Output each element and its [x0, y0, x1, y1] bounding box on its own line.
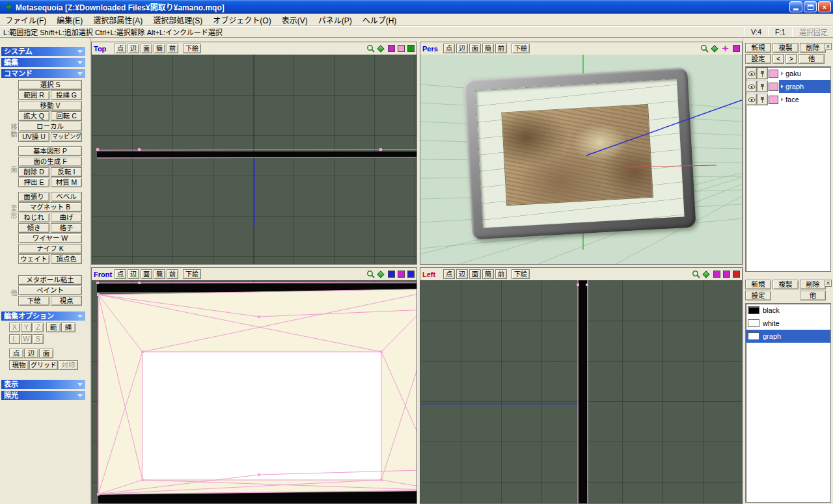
cmd-weight[interactable]: ウェイト [18, 254, 49, 264]
vp-face-button[interactable]: 面 [141, 269, 152, 279]
cmd-delete[interactable]: 削除 D [18, 167, 49, 177]
vp-face-button[interactable]: 面 [469, 269, 481, 279]
close-button[interactable]: × [818, 1, 831, 12]
cmd-tilt[interactable]: 傾き [18, 223, 49, 233]
vp-underlay-button[interactable]: 下絵 [183, 44, 201, 53]
material-row-graph[interactable]: graph [746, 330, 830, 343]
cmd-create-face[interactable]: 面の生成 F [18, 157, 82, 166]
vp-vertex-button[interactable]: 点 [115, 44, 126, 53]
zoom-icon[interactable] [700, 44, 709, 53]
menu-view[interactable]: 表示(V) [277, 13, 313, 27]
cmd-lattice[interactable]: 格子 [51, 223, 82, 233]
vertex-toggle[interactable]: 点 [9, 349, 23, 358]
vp-front-button[interactable]: 前 [495, 269, 507, 279]
zoom-icon[interactable] [692, 270, 700, 278]
object-duplicate-button[interactable]: 複製 [772, 43, 799, 53]
rope-toggle[interactable]: 縄 [61, 323, 75, 332]
object-row-gaku[interactable]: gaku [746, 67, 830, 80]
axis-z-toggle[interactable]: Z [33, 323, 44, 332]
vp-face-button[interactable]: 面 [469, 44, 481, 53]
cmd-wire[interactable]: ワイヤー W [18, 233, 82, 243]
fit-view-icon[interactable] [702, 271, 709, 278]
panel-header-edit[interactable]: 編集 [1, 58, 85, 67]
material-settings-button[interactable]: 設定 [745, 291, 771, 300]
fit-view-icon[interactable] [377, 45, 384, 52]
lock-toggle[interactable] [757, 94, 768, 105]
material-row-white[interactable]: white [746, 317, 830, 330]
object-name[interactable]: gaku [779, 67, 830, 80]
left-viewport-canvas[interactable] [420, 280, 742, 503]
range-toggle[interactable]: 範 [46, 323, 61, 332]
cmd-viewpoint[interactable]: 視点 [51, 296, 82, 306]
vp-simple-button[interactable]: 簡 [154, 44, 165, 53]
cmd-scale[interactable]: 拡大 Q [18, 111, 49, 121]
panel-header-system[interactable]: システム [1, 47, 85, 56]
object-row-face[interactable]: face [746, 93, 830, 106]
cmd-mapping[interactable]: マッピング [51, 132, 82, 142]
material-duplicate-button[interactable]: 複製 [772, 280, 799, 289]
axis-y-toggle[interactable]: Y [21, 323, 32, 332]
pattern-swatch[interactable] [723, 271, 730, 278]
object-panel-close-icon[interactable]: × [825, 43, 832, 50]
cmd-uv-edit[interactable]: UV操 U [18, 132, 49, 142]
cmd-rotate[interactable]: 回転 C [51, 111, 82, 121]
cmd-metaball[interactable]: メタボール粘土 [18, 275, 82, 285]
cmd-bend[interactable]: 曲げ [51, 213, 82, 222]
snap-object-toggle[interactable]: 現物 [9, 360, 29, 370]
face-toggle[interactable]: 面 [39, 349, 53, 358]
cmd-local[interactable]: ローカル [18, 122, 82, 131]
panel-header-edit-options[interactable]: 編集オプション [1, 312, 85, 321]
vp-front-button[interactable]: 前 [495, 44, 507, 53]
menu-file[interactable]: ファイル(F) [0, 13, 51, 27]
panel-header-display[interactable]: 表示 [1, 380, 85, 389]
pattern-swatch[interactable] [388, 271, 395, 278]
cmd-paint[interactable]: ペイント [18, 285, 82, 295]
object-other-button[interactable]: 他 [799, 54, 825, 64]
edge-toggle[interactable]: 辺 [24, 349, 38, 358]
vp-face-button[interactable]: 面 [141, 44, 152, 53]
object-row-graph[interactable]: graph [746, 80, 830, 93]
snap-grid-toggle[interactable]: グリッド [29, 360, 58, 370]
vp-edge-button[interactable]: 辺 [128, 44, 139, 53]
menu-panel[interactable]: パネル(P) [313, 13, 357, 27]
pattern-swatch[interactable] [398, 271, 405, 278]
maximize-button[interactable] [804, 1, 817, 12]
panel-header-command[interactable]: コマンド [1, 69, 85, 78]
pattern-swatch[interactable] [398, 45, 405, 52]
vp-front-button[interactable]: 前 [167, 269, 178, 279]
pattern-swatch[interactable] [388, 45, 395, 52]
object-color-swatch[interactable] [769, 70, 778, 78]
object-new-button[interactable]: 新規 [745, 43, 771, 53]
local-l-toggle[interactable]: L [9, 334, 20, 344]
object-next-button[interactable]: > [785, 54, 797, 64]
pers-viewport-canvas[interactable] [420, 55, 742, 264]
pattern-swatch[interactable] [733, 45, 740, 52]
pattern-swatch[interactable] [733, 271, 740, 278]
object-settings-button[interactable]: 設定 [745, 54, 771, 64]
frame-front-mesh[interactable] [97, 289, 416, 503]
material-delete-button[interactable]: 削除 [800, 280, 826, 289]
material-new-button[interactable]: 新規 [745, 280, 771, 289]
minimize-button[interactable] [789, 1, 802, 12]
zoom-icon[interactable] [366, 270, 375, 278]
front-viewport-canvas[interactable] [92, 280, 416, 503]
cmd-select[interactable]: 選択 S [18, 80, 82, 90]
material-panel-close-icon[interactable]: × [825, 280, 832, 287]
vp-vertex-button[interactable]: 点 [443, 269, 455, 279]
screen-s-toggle[interactable]: S [33, 334, 44, 344]
material-row-black[interactable]: black [746, 304, 830, 317]
fit-view-icon[interactable] [711, 45, 718, 52]
cmd-underlay[interactable]: 下絵 [18, 296, 49, 306]
cmd-lasso[interactable]: 投縄 G [51, 90, 82, 100]
cmd-twist[interactable]: ねじれ [18, 213, 49, 222]
object-name[interactable]: face [779, 93, 830, 106]
object-name-selected[interactable]: graph [779, 80, 830, 93]
material-other-button[interactable]: 他 [800, 291, 826, 300]
vp-vertex-button[interactable]: 点 [443, 44, 455, 53]
vp-vertex-button[interactable]: 点 [115, 269, 126, 279]
vp-underlay-button[interactable]: 下絵 [512, 44, 530, 53]
cmd-material[interactable]: 材質 M [51, 178, 82, 187]
visibility-toggle[interactable] [746, 68, 757, 79]
vp-front-button[interactable]: 前 [167, 44, 178, 53]
world-w-toggle[interactable]: W [21, 334, 32, 344]
